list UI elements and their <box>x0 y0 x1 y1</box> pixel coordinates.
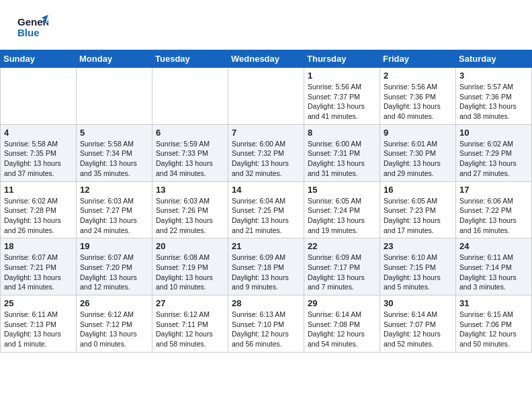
day-info: Sunrise: 6:05 AM Sunset: 7:23 PM Dayligh… <box>384 196 452 236</box>
day-info: Sunrise: 6:07 AM Sunset: 7:20 PM Dayligh… <box>80 253 148 292</box>
page-header: General Blue <box>0 0 532 50</box>
svg-text:Blue: Blue <box>17 27 40 38</box>
day-info: Sunrise: 6:12 AM Sunset: 7:12 PM Dayligh… <box>80 310 148 349</box>
calendar-day-cell: 1Sunrise: 5:56 AM Sunset: 7:37 PM Daylig… <box>304 68 380 125</box>
day-number: 3 <box>459 71 528 81</box>
day-info: Sunrise: 6:05 AM Sunset: 7:24 PM Dayligh… <box>308 196 376 236</box>
day-info: Sunrise: 5:58 AM Sunset: 7:34 PM Dayligh… <box>80 139 148 179</box>
calendar-day-cell: 9Sunrise: 6:01 AM Sunset: 7:30 PM Daylig… <box>380 124 456 181</box>
day-info: Sunrise: 5:57 AM Sunset: 7:36 PM Dayligh… <box>459 82 528 122</box>
weekday-header: Saturday <box>456 50 532 68</box>
day-number: 12 <box>80 185 148 195</box>
calendar-week-row: 4Sunrise: 5:58 AM Sunset: 7:35 PM Daylig… <box>1 124 532 181</box>
day-number: 17 <box>459 185 528 195</box>
day-number: 4 <box>4 128 73 138</box>
calendar-day-cell: 24Sunrise: 6:11 AM Sunset: 7:14 PM Dayli… <box>456 238 532 295</box>
calendar-day-cell: 16Sunrise: 6:05 AM Sunset: 7:23 PM Dayli… <box>380 181 456 238</box>
day-info: Sunrise: 6:09 AM Sunset: 7:17 PM Dayligh… <box>308 253 376 292</box>
day-number: 11 <box>4 185 73 195</box>
calendar-day-cell: 19Sunrise: 6:07 AM Sunset: 7:20 PM Dayli… <box>77 238 152 295</box>
day-number: 28 <box>232 298 300 308</box>
day-number: 10 <box>459 128 528 138</box>
day-number: 22 <box>308 241 376 251</box>
day-info: Sunrise: 6:06 AM Sunset: 7:22 PM Dayligh… <box>459 196 528 236</box>
calendar-day-cell: 20Sunrise: 6:08 AM Sunset: 7:19 PM Dayli… <box>152 238 228 295</box>
day-number: 1 <box>308 71 376 81</box>
day-info: Sunrise: 5:59 AM Sunset: 7:33 PM Dayligh… <box>156 139 224 179</box>
day-info: Sunrise: 6:00 AM Sunset: 7:31 PM Dayligh… <box>308 139 376 179</box>
weekday-header: Sunday <box>1 50 77 68</box>
day-number: 23 <box>384 241 452 251</box>
calendar-day-cell: 5Sunrise: 5:58 AM Sunset: 7:34 PM Daylig… <box>77 124 152 181</box>
day-info: Sunrise: 6:02 AM Sunset: 7:28 PM Dayligh… <box>4 196 73 236</box>
logo-icon: General Blue <box>16 12 48 42</box>
day-number: 2 <box>384 71 452 81</box>
calendar-day-cell <box>77 68 152 125</box>
calendar-header-row: SundayMondayTuesdayWednesdayThursdayFrid… <box>1 50 532 68</box>
calendar-day-cell: 14Sunrise: 6:04 AM Sunset: 7:25 PM Dayli… <box>228 181 304 238</box>
day-info: Sunrise: 6:11 AM Sunset: 7:13 PM Dayligh… <box>4 310 73 349</box>
calendar-day-cell: 22Sunrise: 6:09 AM Sunset: 7:17 PM Dayli… <box>304 238 380 295</box>
day-number: 20 <box>156 241 224 251</box>
calendar-day-cell: 2Sunrise: 5:56 AM Sunset: 7:36 PM Daylig… <box>380 68 456 125</box>
day-number: 26 <box>80 298 148 308</box>
day-info: Sunrise: 6:01 AM Sunset: 7:30 PM Dayligh… <box>384 139 452 179</box>
weekday-header: Monday <box>77 50 152 68</box>
calendar-day-cell: 17Sunrise: 6:06 AM Sunset: 7:22 PM Dayli… <box>456 181 532 238</box>
day-info: Sunrise: 6:09 AM Sunset: 7:18 PM Dayligh… <box>232 253 300 292</box>
day-number: 25 <box>4 298 73 308</box>
day-info: Sunrise: 6:13 AM Sunset: 7:10 PM Dayligh… <box>232 310 300 349</box>
calendar-day-cell: 7Sunrise: 6:00 AM Sunset: 7:32 PM Daylig… <box>228 124 304 181</box>
weekday-header: Wednesday <box>228 50 304 68</box>
day-number: 16 <box>384 185 452 195</box>
calendar-day-cell <box>152 68 228 125</box>
day-number: 21 <box>232 241 300 251</box>
calendar-day-cell: 18Sunrise: 6:07 AM Sunset: 7:21 PM Dayli… <box>1 238 77 295</box>
day-number: 7 <box>232 128 300 138</box>
calendar-day-cell: 13Sunrise: 6:03 AM Sunset: 7:26 PM Dayli… <box>152 181 228 238</box>
calendar-day-cell <box>1 68 77 125</box>
calendar-week-row: 25Sunrise: 6:11 AM Sunset: 7:13 PM Dayli… <box>1 295 532 353</box>
day-info: Sunrise: 6:08 AM Sunset: 7:19 PM Dayligh… <box>156 253 224 292</box>
day-number: 18 <box>4 241 73 251</box>
day-info: Sunrise: 6:15 AM Sunset: 7:06 PM Dayligh… <box>459 310 528 349</box>
calendar-week-row: 18Sunrise: 6:07 AM Sunset: 7:21 PM Dayli… <box>1 238 532 295</box>
calendar-day-cell: 15Sunrise: 6:05 AM Sunset: 7:24 PM Dayli… <box>304 181 380 238</box>
day-number: 27 <box>156 298 224 308</box>
day-number: 14 <box>232 185 300 195</box>
calendar-day-cell: 8Sunrise: 6:00 AM Sunset: 7:31 PM Daylig… <box>304 124 380 181</box>
calendar-day-cell: 30Sunrise: 6:14 AM Sunset: 7:07 PM Dayli… <box>380 295 456 353</box>
calendar-day-cell: 6Sunrise: 5:59 AM Sunset: 7:33 PM Daylig… <box>152 124 228 181</box>
calendar-day-cell: 23Sunrise: 6:10 AM Sunset: 7:15 PM Dayli… <box>380 238 456 295</box>
calendar-day-cell: 25Sunrise: 6:11 AM Sunset: 7:13 PM Dayli… <box>1 295 77 353</box>
day-info: Sunrise: 6:11 AM Sunset: 7:14 PM Dayligh… <box>459 253 528 292</box>
calendar-day-cell: 21Sunrise: 6:09 AM Sunset: 7:18 PM Dayli… <box>228 238 304 295</box>
day-number: 5 <box>80 128 148 138</box>
calendar-day-cell: 31Sunrise: 6:15 AM Sunset: 7:06 PM Dayli… <box>456 295 532 353</box>
weekday-header: Tuesday <box>152 50 228 68</box>
day-info: Sunrise: 6:04 AM Sunset: 7:25 PM Dayligh… <box>232 196 300 236</box>
weekday-header: Thursday <box>304 50 380 68</box>
day-number: 6 <box>156 128 224 138</box>
calendar-day-cell: 12Sunrise: 6:03 AM Sunset: 7:27 PM Dayli… <box>77 181 152 238</box>
calendar-week-row: 1Sunrise: 5:56 AM Sunset: 7:37 PM Daylig… <box>1 68 532 125</box>
calendar-day-cell: 3Sunrise: 5:57 AM Sunset: 7:36 PM Daylig… <box>456 68 532 125</box>
day-info: Sunrise: 6:02 AM Sunset: 7:29 PM Dayligh… <box>459 139 528 179</box>
day-info: Sunrise: 6:03 AM Sunset: 7:26 PM Dayligh… <box>156 196 224 236</box>
day-info: Sunrise: 6:03 AM Sunset: 7:27 PM Dayligh… <box>80 196 148 236</box>
day-number: 15 <box>308 185 376 195</box>
calendar-day-cell: 11Sunrise: 6:02 AM Sunset: 7:28 PM Dayli… <box>1 181 77 238</box>
calendar-day-cell: 10Sunrise: 6:02 AM Sunset: 7:29 PM Dayli… <box>456 124 532 181</box>
calendar-table: SundayMondayTuesdayWednesdayThursdayFrid… <box>0 50 532 353</box>
calendar-day-cell: 28Sunrise: 6:13 AM Sunset: 7:10 PM Dayli… <box>228 295 304 353</box>
calendar-week-row: 11Sunrise: 6:02 AM Sunset: 7:28 PM Dayli… <box>1 181 532 238</box>
calendar-day-cell <box>228 68 304 125</box>
day-number: 29 <box>308 298 376 308</box>
day-number: 30 <box>384 298 452 308</box>
weekday-header: Friday <box>380 50 456 68</box>
day-number: 9 <box>384 128 452 138</box>
day-info: Sunrise: 6:10 AM Sunset: 7:15 PM Dayligh… <box>384 253 452 292</box>
day-info: Sunrise: 6:14 AM Sunset: 7:07 PM Dayligh… <box>384 310 452 349</box>
day-number: 13 <box>156 185 224 195</box>
day-number: 31 <box>459 298 528 308</box>
